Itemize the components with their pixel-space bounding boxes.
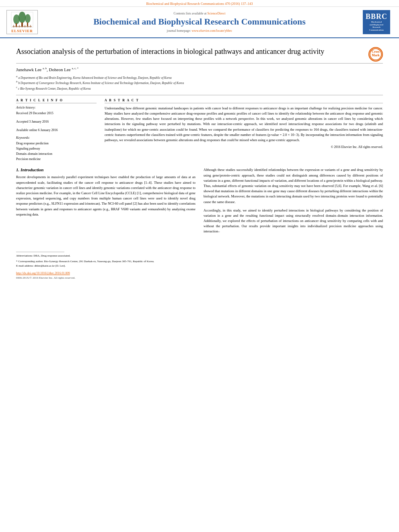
email-note: E-mail address: dhlee@kaist.ac.kr (D. Le… (16, 264, 195, 268)
introduction-paragraph-right1: Although these studies successfully iden… (204, 167, 383, 204)
section-number: 1. (16, 167, 19, 172)
author-sup-1: a, b (43, 67, 47, 70)
abstract-heading: A B S T R A C T (105, 99, 383, 103)
affiliation-a: a a Department of Bio and Brain Engineer… (16, 74, 383, 80)
article-title: Association analysis of the perturbation… (16, 47, 364, 56)
body-right-col: Although these studies successfully iden… (204, 167, 383, 279)
keywords-heading: Keywords: (16, 136, 97, 140)
accepted-date: Accepted 3 January 2016 (16, 119, 97, 125)
article-info-heading: A R T I C L E I N F O (16, 99, 97, 103)
history-heading: Article history: (16, 106, 97, 109)
bbrc-logo: BBRC Biochemicaland BiophysicalResearchC… (360, 10, 393, 34)
bbrc-letters: BBRC (366, 13, 387, 20)
affiliation-b: b b Department of Convergence Technology… (16, 80, 383, 85)
footer-area: Abbreviations: DRA, Drug response-associ… (16, 249, 195, 280)
sciencedirect-link[interactable]: ScienceDirect (208, 12, 226, 15)
authors-line: Junehawk Lee a, b, Doheon Lee a, c, * (16, 67, 383, 72)
header-center: Contents lists available at ScienceDirec… (39, 12, 360, 32)
keyword-3: Domain–domain interaction (16, 152, 97, 157)
keyword-1: Drug response prediction (16, 141, 97, 146)
body-section: 1. Introduction Recent developments in m… (16, 167, 383, 279)
corresponding-note: * Corresponding author. Bio-Synergy Rese… (16, 259, 195, 264)
journal-title: Biochemical and Biophysical Research Com… (43, 16, 356, 27)
svg-text:Mark: Mark (372, 53, 380, 57)
keyword-4: Precision medicine (16, 157, 97, 162)
body-left-col: 1. Introduction Recent developments in m… (16, 167, 195, 279)
journal-citation: Biochemical and Biophysical Research Com… (146, 2, 253, 6)
introduction-paragraph-right2: Accordingly, in this study, we aimed to … (204, 208, 383, 234)
sciencedirect-line: Contents lists available at ScienceDirec… (43, 12, 356, 15)
issn-line: 0006-291X/© 2016 Elsevier Inc. All right… (16, 276, 195, 279)
svg-point-3 (25, 14, 31, 23)
author-sup-2: a, c, * (72, 67, 78, 70)
author-doheon: Doheon Lee (49, 67, 71, 72)
article-info: A R T I C L E I N F O Article history: R… (16, 99, 97, 162)
keyword-2: Signaling pathway (16, 146, 97, 152)
section-intro-title: Introduction (21, 167, 43, 172)
top-bar: Biochemical and Biophysical Research Com… (0, 0, 399, 7)
crossmark-badge: Cross Mark (368, 47, 383, 62)
homepage-line: journal homepage: www.elsevier.com/locat… (43, 29, 356, 33)
abbreviations-note: Abbreviations: DRA, Drug response-associ… (16, 254, 195, 258)
article-title-section: Association analysis of the perturbation… (16, 47, 383, 64)
footer-divider (16, 252, 64, 252)
bbrc-subtext: Biochemicaland BiophysicalResearchCommun… (369, 21, 384, 31)
article-info-abstract: A R T I C L E I N F O Article history: R… (16, 95, 383, 162)
abstract-text: Understanding how different genomic muta… (105, 106, 383, 143)
introduction-paragraph-left: Recent developments in massively paralle… (16, 175, 195, 217)
author-junehawk: Junehawk Lee (16, 67, 41, 72)
main-content: Association analysis of the perturbation… (0, 38, 399, 286)
abstract-section: A B S T R A C T Understanding how differ… (105, 99, 383, 162)
available-online: Available online 6 January 2016 (16, 128, 97, 133)
svg-text:Cross: Cross (372, 50, 379, 53)
section-title-introduction: 1. Introduction (16, 167, 195, 172)
elsevier-text: ELSEVIER (11, 29, 33, 33)
crossmark-icon: Cross Mark (368, 47, 383, 62)
copyright-line: © 2016 Elsevier Inc. All rights reserved… (105, 145, 383, 149)
journal-header: ELSEVIER Contents lists available at Sci… (0, 7, 399, 38)
affiliation-c: c c Bio-Synergy Research Center, Daejeon… (16, 85, 383, 91)
elsevier-logo: ELSEVIER (6, 10, 39, 34)
received-date: Received 29 December 2015 (16, 111, 97, 116)
svg-point-2 (19, 12, 26, 23)
affiliations: a a Department of Bio and Brain Engineer… (16, 74, 383, 91)
homepage-link[interactable]: www.elsevier.com/locate/ybbrc (191, 29, 232, 33)
doi-link[interactable]: http://dx.doi.org/10.1016/j.bbrc.2016.01… (16, 271, 70, 275)
